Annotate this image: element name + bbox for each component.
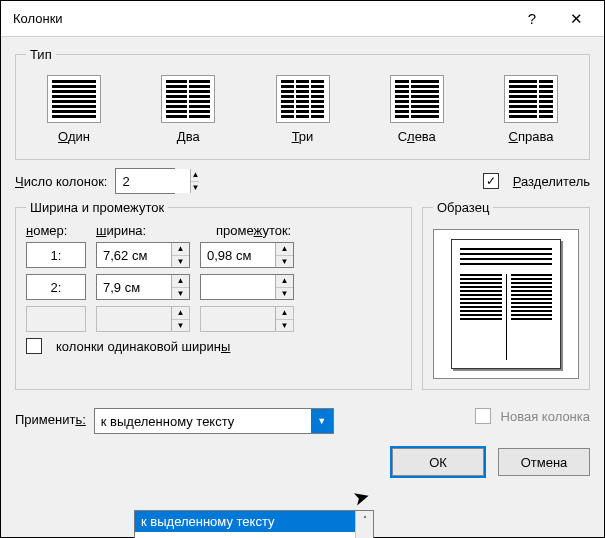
dropdown-option-1[interactable]: к выделенным разделам bbox=[135, 532, 373, 538]
type-fieldset: Тип Один Два Три Слева bbox=[15, 47, 590, 160]
header-spacing: промежуток: bbox=[216, 223, 326, 238]
apply-dropdown[interactable]: к выделенному тексту к выделенным раздел… bbox=[134, 510, 374, 538]
help-button[interactable]: ? bbox=[510, 4, 554, 34]
apply-input[interactable] bbox=[95, 409, 311, 433]
width-row-1: 1: ▲▼ ▲▼ bbox=[26, 242, 401, 268]
type-one[interactable]: Один bbox=[26, 70, 122, 149]
type-legend: Тип bbox=[26, 47, 56, 62]
header-num: номер: bbox=[26, 223, 86, 238]
width-spacing-fieldset: Ширина и промежуток номер: ширина: проме… bbox=[15, 200, 412, 390]
new-column-label: Новая колонка bbox=[501, 409, 590, 424]
type-two[interactable]: Два bbox=[140, 70, 236, 149]
cursor-icon: ➤ bbox=[350, 483, 373, 511]
dropdown-icon[interactable]: ▼ bbox=[311, 409, 333, 433]
dialog-title: Колонки bbox=[13, 11, 510, 26]
apply-label: Применить: bbox=[15, 408, 86, 427]
numcols-input[interactable] bbox=[116, 169, 190, 193]
type-two-label: ва bbox=[186, 129, 200, 144]
preview-box bbox=[433, 229, 579, 379]
row1-width[interactable]: ▲▼ bbox=[96, 242, 190, 268]
type-three-label: ри bbox=[299, 129, 314, 144]
equal-width-label: колонки одинаковой ширины bbox=[56, 339, 230, 354]
equal-width-row: колонки одинаковой ширины bbox=[26, 338, 401, 354]
type-three[interactable]: Три bbox=[255, 70, 351, 149]
type-row: Один Два Три Слева Справа bbox=[26, 70, 579, 149]
row2-spacing[interactable]: ▲▼ bbox=[200, 274, 294, 300]
new-column-checkbox bbox=[475, 408, 491, 424]
cancel-button[interactable]: Отмена bbox=[498, 448, 590, 476]
apply-combo[interactable]: ▼ bbox=[94, 408, 334, 434]
row3-spacing: ▲▼ bbox=[200, 306, 294, 332]
type-left[interactable]: Слева bbox=[369, 70, 465, 149]
columns-dialog: Колонки ? ✕ Тип Один Два Три bbox=[0, 0, 605, 538]
row2-num: 2: bbox=[26, 274, 86, 300]
width-row-2: 2: ▲▼ ▲▼ bbox=[26, 274, 401, 300]
width-spacing-legend: Ширина и промежуток bbox=[26, 200, 168, 215]
numcols-row: Число колонок: ▲▼ ✓ Разделитель bbox=[15, 168, 590, 194]
separator-checkbox[interactable]: ✓ bbox=[483, 173, 499, 189]
numcols-label: Число колонок: bbox=[15, 174, 107, 189]
up-icon[interactable]: ▲ bbox=[191, 169, 199, 182]
preview-page bbox=[451, 239, 561, 369]
dropdown-option-0[interactable]: к выделенному тексту bbox=[135, 511, 373, 532]
numcols-spinner[interactable]: ▲▼ bbox=[115, 168, 175, 194]
width-row-3: ▲▼ ▲▼ bbox=[26, 306, 401, 332]
type-one-label: дин bbox=[68, 129, 90, 144]
row2-width[interactable]: ▲▼ bbox=[96, 274, 190, 300]
dropdown-scrollbar[interactable]: ˄˅ bbox=[355, 511, 373, 538]
row1-spacing[interactable]: ▲▼ bbox=[200, 242, 294, 268]
type-right-label: права bbox=[518, 129, 554, 144]
new-column-option: Новая колонка bbox=[475, 408, 590, 424]
equal-width-checkbox[interactable] bbox=[26, 338, 42, 354]
preview-fieldset: Образец bbox=[422, 200, 590, 390]
button-row: ОК Отмена bbox=[15, 448, 590, 476]
down-icon[interactable]: ▼ bbox=[191, 182, 199, 194]
titlebar: Колонки ? ✕ bbox=[1, 1, 604, 37]
ok-button[interactable]: ОК bbox=[392, 448, 484, 476]
type-right[interactable]: Справа bbox=[483, 70, 579, 149]
separator-label: Разделитель bbox=[513, 174, 590, 189]
close-button[interactable]: ✕ bbox=[554, 4, 598, 34]
content: Тип Один Два Три Слева bbox=[1, 37, 604, 537]
header-width: ширина: bbox=[96, 223, 206, 238]
row3-width: ▲▼ bbox=[96, 306, 190, 332]
apply-row: Применить: ▼ Новая колонка bbox=[15, 408, 590, 434]
type-left-label: С bbox=[398, 129, 407, 144]
row3-num bbox=[26, 306, 86, 332]
preview-legend: Образец bbox=[433, 200, 493, 215]
row1-num: 1: bbox=[26, 242, 86, 268]
